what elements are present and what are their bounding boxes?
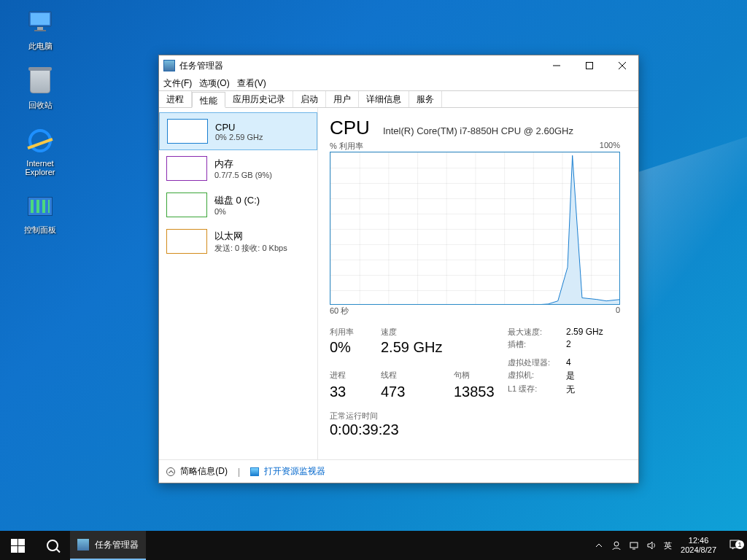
tray-volume-icon[interactable] [643, 540, 660, 551]
chart-label-bottom-right: 0 [616, 306, 620, 316]
tray-chevron-up-icon[interactable] [590, 542, 608, 549]
menu-view[interactable]: 查看(V) [237, 77, 266, 90]
taskbar-item-label: 任务管理器 [95, 539, 139, 551]
desktop-icon-this-pc[interactable]: 此电脑 [13, 7, 67, 52]
start-button[interactable] [0, 531, 35, 560]
value-sockets: 2 [566, 339, 624, 356]
svg-rect-1 [31, 13, 50, 25]
tray-ime-indicator[interactable]: 英 [660, 540, 675, 551]
ethernet-thumb-icon [166, 229, 207, 254]
label-vproc: 虚拟处理器: [508, 357, 566, 368]
desktop-icon-label: 此电脑 [28, 42, 53, 50]
sidebar-item-title: CPU [215, 122, 263, 133]
open-resource-monitor-link[interactable]: 打开资源监视器 [250, 465, 325, 478]
ie-icon [25, 125, 55, 156]
tray-people-icon[interactable] [608, 540, 625, 551]
tab-performance[interactable]: 性能 [192, 92, 225, 108]
value-speed: 2.59 GHz [381, 339, 454, 356]
menu-file[interactable]: 文件(F) [163, 77, 192, 90]
sidebar-item-title: 内存 [214, 158, 272, 171]
tray-time: 12:46 [681, 536, 716, 545]
search-icon [47, 540, 58, 551]
value-maxspeed: 2.59 GHz [566, 327, 624, 338]
tray-network-icon[interactable] [625, 540, 643, 551]
value-l1: 无 [566, 384, 624, 400]
desktop-icon-control-panel[interactable]: 控制面板 [13, 191, 67, 236]
tab-app-history[interactable]: 应用历史记录 [225, 91, 293, 107]
sidebar-item-title: 以太网 [214, 230, 287, 243]
tab-processes[interactable]: 进程 [159, 91, 192, 107]
sidebar-item-memory[interactable]: 内存 0.7/7.5 GB (9%) [159, 150, 317, 187]
window-title: 任务管理器 [179, 60, 540, 72]
chevron-up-icon [166, 467, 175, 476]
desktop-icon-label: Internet Explorer [26, 159, 55, 176]
sidebar-item-sub: 0% 2.59 GHz [215, 133, 263, 141]
maximize-button[interactable] [573, 55, 605, 76]
label-speed: 速度 [381, 327, 454, 338]
close-button[interactable] [605, 55, 638, 76]
memory-thumb-icon [166, 156, 207, 181]
taskbar: 任务管理器 英 12:46 2024/8/27 1 [0, 531, 747, 560]
fewer-details-button[interactable]: 简略信息(D) [166, 465, 228, 478]
svg-rect-3 [34, 30, 46, 31]
svg-marker-11 [648, 542, 652, 549]
desktop-icon-recycle-bin[interactable]: 回收站 [13, 66, 67, 111]
tabs-bar: 进程 性能 应用历史记录 启动 用户 详细信息 服务 [159, 90, 638, 108]
perf-sidebar: CPU 0% 2.59 GHz 内存 0.7/7.5 GB (9%) 磁盘 0 … [159, 108, 318, 459]
chart-label-bottom-left: 60 秒 [330, 306, 349, 316]
svg-point-8 [614, 542, 619, 546]
tab-details[interactable]: 详细信息 [359, 91, 409, 107]
disk-thumb-icon [166, 192, 207, 217]
value-vm: 是 [566, 370, 624, 382]
label-l1: L1 缓存: [508, 384, 566, 400]
tray-notifications-button[interactable]: 1 [722, 539, 747, 552]
titlebar[interactable]: 任务管理器 [159, 55, 638, 76]
taskbar-item-task-manager[interactable]: 任务管理器 [70, 531, 146, 560]
tray-clock[interactable]: 12:46 2024/8/27 [675, 536, 722, 555]
svg-rect-5 [586, 63, 592, 69]
value-threads: 473 [381, 384, 454, 400]
control-panel-icon [25, 191, 55, 222]
label-threads: 线程 [381, 370, 454, 382]
value-vproc: 4 [566, 357, 624, 368]
search-button[interactable] [35, 531, 70, 560]
chart-label-top-right: 100% [600, 141, 620, 152]
sidebar-item-sub: 0% [214, 207, 260, 216]
label-maxspeed: 最大速度: [508, 327, 566, 338]
cpu-model: Intel(R) Core(TM) i7-8850H CPU @ 2.60GHz [383, 125, 573, 136]
menubar: 文件(F) 选项(O) 查看(V) [159, 76, 638, 90]
value-utilization: 0% [330, 339, 381, 356]
menu-options[interactable]: 选项(O) [199, 77, 229, 90]
task-manager-window: 任务管理器 文件(F) 选项(O) 查看(V) 进程 性能 应用历史记录 启动 … [158, 55, 639, 483]
sidebar-item-ethernet[interactable]: 以太网 发送: 0 接收: 0 Kbps [159, 223, 317, 260]
cpu-usage-chart[interactable] [330, 152, 620, 305]
label-vm: 虚拟机: [508, 370, 566, 382]
svg-rect-2 [37, 27, 43, 30]
sidebar-item-disk[interactable]: 磁盘 0 (C:) 0% [159, 187, 317, 223]
cpu-heading: CPU [330, 117, 370, 139]
label-processes: 进程 [330, 370, 381, 382]
svg-rect-9 [630, 542, 638, 548]
label-sockets: 插槽: [508, 339, 566, 356]
desktop-icon-ie[interactable]: Internet Explorer [13, 125, 67, 176]
minimize-button[interactable] [540, 55, 573, 76]
label-uptime: 正常运行时间 [330, 411, 625, 421]
sidebar-item-sub: 发送: 0 接收: 0 Kbps [214, 243, 287, 254]
tab-users[interactable]: 用户 [326, 91, 359, 107]
windows-logo-icon [11, 539, 25, 553]
app-icon [163, 60, 175, 71]
tab-services[interactable]: 服务 [409, 91, 442, 107]
label-handles: 句柄 [454, 370, 508, 382]
desktop-icon-label: 控制面板 [24, 225, 56, 234]
chart-label-top-left: % 利用率 [330, 141, 363, 152]
sidebar-item-cpu[interactable]: CPU 0% 2.59 GHz [159, 112, 317, 150]
cpu-thumb-icon [167, 119, 208, 144]
trash-icon [25, 66, 55, 97]
window-footer: 简略信息(D) | 打开资源监视器 [159, 459, 638, 483]
task-manager-icon [77, 539, 89, 551]
tray-date: 2024/8/27 [681, 545, 716, 555]
resource-monitor-icon [250, 467, 259, 476]
value-processes: 33 [330, 384, 381, 400]
value-handles: 13853 [454, 384, 508, 400]
tab-startup[interactable]: 启动 [293, 91, 326, 107]
